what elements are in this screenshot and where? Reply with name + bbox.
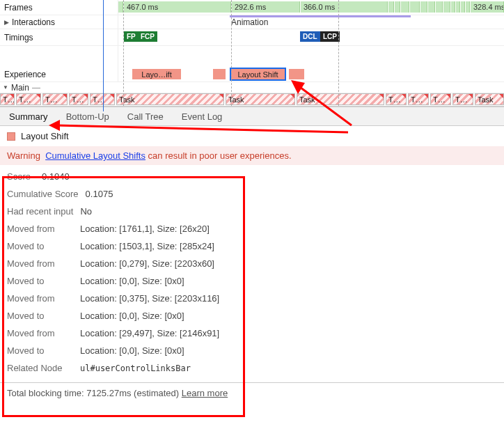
task-cell[interactable]: T… [42,93,68,105]
frame-segment[interactable] [456,1,460,13]
task-cell[interactable]: T… [16,93,41,105]
timeline-pane[interactable]: Frames 467.0 ms 292.6 ms 366.0 ms 328.4 … [0,0,504,107]
footer-text: Total blocking time: 7125.27ms (estimate… [7,388,182,398]
detail-row: Cumulative Score0.1075 [7,185,497,203]
task-cell[interactable]: T… [386,93,407,105]
layout-shift-block-selected[interactable]: Layout Shift [231,69,285,79]
detail-row: Moved toLocation: [1503,1], Size: [285x2… [7,237,497,255]
warning-bar: Warning Cumulative Layout Shifts can res… [0,146,504,165]
task-cell[interactable]: Task [226,93,295,105]
detail-row: Related Nodeul#userControlLinksBar [7,359,497,377]
tab-call-tree[interactable]: Call Tree [118,107,173,125]
frame-segment[interactable] [388,1,394,13]
task-cell[interactable]: T… [0,93,15,105]
layout-shift-block[interactable] [289,69,304,79]
detail-row: Moved toLocation: [0,0], Size: [0x0] [7,272,497,290]
warning-tail: can result in poor user experiences. [145,150,292,161]
task-cell[interactable]: T… [90,93,115,105]
layout-shift-block[interactable]: Layo…ift [132,69,181,79]
frame-segment[interactable]: 366.0 ms [301,1,388,13]
frame-segment[interactable] [443,1,450,13]
row-label-timings: Timings [0,29,118,45]
event-title: Layout Shift [21,131,69,141]
badge-fcp[interactable]: FCP [138,31,157,42]
detail-row: Moved fromLocation: [29,497], Size: [214… [7,324,497,342]
row-interactions: Interactions Animation [0,15,504,29]
detail-row: Moved toLocation: [0,0], Size: [0x0] [7,307,497,324]
row-frames: Frames 467.0 ms 292.6 ms 366.0 ms 328.4 … [0,0,504,15]
task-cell[interactable]: Task [116,93,224,105]
frame-segment[interactable]: 467.0 ms [124,1,231,13]
frame-segment[interactable] [461,1,465,13]
main-task-row[interactable]: T… T… T… T… T… Task Task Task T… T… T… T… [0,93,504,106]
frame-segment[interactable] [428,1,435,13]
event-swatch [7,132,15,141]
learn-more-link[interactable]: Learn more [182,388,228,398]
task-cell[interactable]: T… [408,93,429,105]
tab-bottom-up[interactable]: Bottom-Up [57,107,118,125]
row-experience: Experience Layo…ift Layout Shift [0,67,504,82]
details-tabs: Summary Bottom-Up Call Tree Event Log [0,107,504,126]
task-cell[interactable]: Task [297,93,384,105]
experience-track[interactable]: Layo…ift Layout Shift [118,67,504,81]
frame-segment[interactable] [420,1,427,13]
row-label-experience: Experience [0,67,118,81]
details-panel: Score0.1040 Cumulative Score0.1075 Had r… [0,165,504,382]
badge-dcl[interactable]: DCL [300,31,320,42]
interactions-track[interactable]: Animation [118,15,504,29]
tab-event-log[interactable]: Event Log [173,107,232,125]
detail-row: Moved fromLocation: [0,279], Size: [2203… [7,255,497,272]
frame-segment[interactable]: 292.6 ms [232,1,300,13]
task-cell[interactable]: T… [452,93,473,105]
warning-label: Warning [7,150,40,161]
detail-row: Moved toLocation: [0,0], Size: [0x0] [7,342,497,359]
frame-segment[interactable] [451,1,455,13]
frames-track[interactable]: 467.0 ms 292.6 ms 366.0 ms 328.4 ms [118,0,504,15]
footer-bar: Total blocking time: 7125.27ms (estimate… [0,382,504,403]
frame-segment[interactable] [395,1,400,13]
task-cell[interactable]: T… [69,93,88,105]
event-header: Layout Shift [0,126,504,146]
detail-row: Moved fromLocation: [0,375], Size: [2203… [7,290,497,307]
row-main-header[interactable]: Main — [0,82,504,93]
layout-shift-block[interactable] [213,69,226,79]
warning-link[interactable]: Cumulative Layout Shifts [45,150,145,161]
main-label: Main [11,83,29,93]
frame-segment[interactable] [410,1,420,13]
tab-summary[interactable]: Summary [0,107,57,125]
timings-track[interactable]: FP FCP DCL LCP [118,29,504,45]
animation-label[interactable]: Animation [231,17,268,27]
badge-lcp[interactable]: LCP [320,31,340,42]
row-label-frames: Frames [0,0,118,15]
frame-segment[interactable] [466,1,470,13]
detail-row: Score0.1040 [7,168,497,185]
task-cell[interactable]: Task [475,93,504,105]
frame-segment[interactable] [118,1,123,13]
spacer [0,46,504,67]
badge-fp[interactable]: FP [124,31,139,42]
detail-row: Moved fromLocation: [1761,1], Size: [26x… [7,220,497,237]
frame-segment[interactable] [436,1,443,13]
detail-row: Had recent inputNo [7,203,497,220]
row-timings: Timings FP FCP DCL LCP [0,29,504,46]
frame-segment[interactable] [401,1,409,13]
task-cell[interactable]: T… [430,93,451,105]
frame-segment[interactable]: 328.4 ms [471,1,504,13]
row-label-interactions[interactable]: Interactions [0,15,118,29]
